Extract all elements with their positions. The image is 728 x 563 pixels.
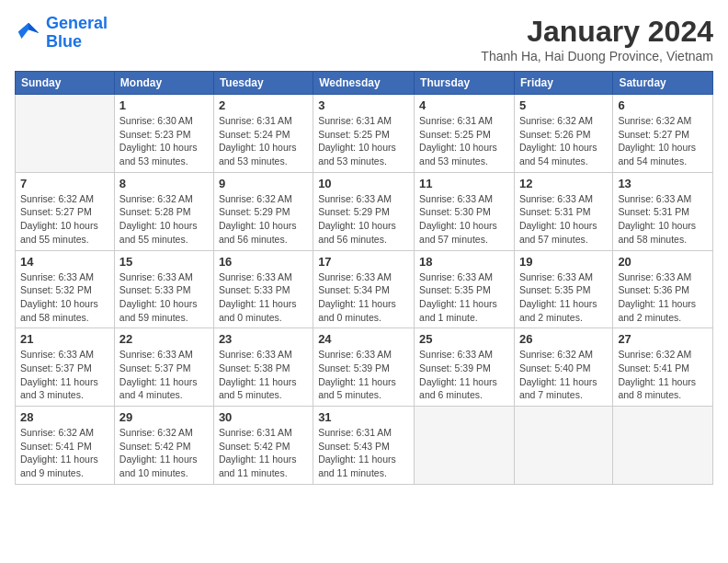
- day-number: 28: [20, 410, 109, 424]
- day-info: Sunrise: 6:33 AM Sunset: 5:38 PM Dayligh…: [219, 348, 308, 402]
- day-info: Sunrise: 6:33 AM Sunset: 5:34 PM Dayligh…: [318, 270, 409, 325]
- day-info: Sunrise: 6:33 AM Sunset: 5:32 PM Dayligh…: [20, 270, 109, 325]
- calendar-week-row: 28Sunrise: 6:32 AM Sunset: 5:41 PM Dayli…: [16, 407, 713, 485]
- calendar-day-cell: 28Sunrise: 6:32 AM Sunset: 5:41 PM Dayli…: [16, 407, 115, 485]
- day-number: 15: [119, 255, 209, 269]
- calendar-week-row: 7Sunrise: 6:32 AM Sunset: 5:27 PM Daylig…: [16, 172, 713, 250]
- day-number: 26: [519, 332, 608, 346]
- day-number: 7: [20, 177, 109, 190]
- calendar-day-cell: 22Sunrise: 6:33 AM Sunset: 5:37 PM Dayli…: [114, 328, 213, 407]
- day-info: Sunrise: 6:32 AM Sunset: 5:27 PM Dayligh…: [20, 192, 109, 247]
- day-number: 22: [119, 332, 209, 346]
- calendar-day-cell: 15Sunrise: 6:33 AM Sunset: 5:33 PM Dayli…: [114, 250, 213, 328]
- day-info: Sunrise: 6:33 AM Sunset: 5:33 PM Dayligh…: [219, 270, 308, 325]
- title-block: January 2024 Thanh Ha, Hai Duong Provinc…: [481, 15, 713, 63]
- calendar-day-cell: [514, 407, 612, 485]
- calendar-day-cell: 26Sunrise: 6:32 AM Sunset: 5:40 PM Dayli…: [514, 328, 612, 407]
- calendar-day-cell: 29Sunrise: 6:32 AM Sunset: 5:42 PM Dayli…: [114, 407, 213, 485]
- day-info: Sunrise: 6:33 AM Sunset: 5:37 PM Dayligh…: [20, 348, 109, 402]
- calendar-day-cell: 13Sunrise: 6:33 AM Sunset: 5:31 PM Dayli…: [613, 172, 713, 250]
- day-info: Sunrise: 6:33 AM Sunset: 5:39 PM Dayligh…: [318, 348, 409, 402]
- day-number: 10: [318, 177, 409, 190]
- calendar-day-cell: 12Sunrise: 6:33 AM Sunset: 5:31 PM Dayli…: [514, 172, 612, 250]
- calendar-day-cell: 25Sunrise: 6:33 AM Sunset: 5:39 PM Dayli…: [415, 328, 515, 407]
- day-info: Sunrise: 6:31 AM Sunset: 5:43 PM Dayligh…: [318, 426, 409, 480]
- day-number: 21: [20, 332, 109, 346]
- day-info: Sunrise: 6:32 AM Sunset: 5:26 PM Dayligh…: [519, 114, 608, 168]
- weekday-header: Saturday: [613, 72, 713, 95]
- day-number: 6: [618, 98, 708, 112]
- day-info: Sunrise: 6:33 AM Sunset: 5:35 PM Dayligh…: [519, 270, 608, 325]
- calendar-week-row: 1Sunrise: 6:30 AM Sunset: 5:23 PM Daylig…: [16, 95, 713, 173]
- calendar-day-cell: 5Sunrise: 6:32 AM Sunset: 5:26 PM Daylig…: [514, 95, 612, 173]
- day-number: 29: [119, 410, 209, 424]
- day-number: 30: [219, 410, 308, 424]
- calendar-day-cell: 24Sunrise: 6:33 AM Sunset: 5:39 PM Dayli…: [313, 328, 415, 407]
- day-number: 27: [618, 332, 708, 346]
- calendar-day-cell: 23Sunrise: 6:33 AM Sunset: 5:38 PM Dayli…: [213, 328, 313, 407]
- day-number: 31: [318, 410, 409, 424]
- day-info: Sunrise: 6:32 AM Sunset: 5:27 PM Dayligh…: [618, 114, 708, 168]
- day-info: Sunrise: 6:33 AM Sunset: 5:35 PM Dayligh…: [419, 270, 509, 325]
- calendar-day-cell: 27Sunrise: 6:32 AM Sunset: 5:41 PM Dayli…: [613, 328, 713, 407]
- day-info: Sunrise: 6:31 AM Sunset: 5:24 PM Dayligh…: [219, 114, 308, 168]
- calendar-day-cell: 14Sunrise: 6:33 AM Sunset: 5:32 PM Dayli…: [16, 250, 115, 328]
- day-number: 16: [219, 255, 308, 269]
- svg-marker-1: [28, 23, 39, 33]
- calendar-day-cell: [16, 95, 115, 173]
- logo-bird-icon: [15, 19, 42, 47]
- day-number: 20: [618, 255, 708, 269]
- calendar-table: SundayMondayTuesdayWednesdayThursdayFrid…: [15, 71, 713, 485]
- day-number: 3: [318, 98, 409, 112]
- calendar-day-cell: 2Sunrise: 6:31 AM Sunset: 5:24 PM Daylig…: [213, 95, 313, 173]
- weekday-header: Tuesday: [213, 72, 313, 95]
- day-number: 25: [419, 332, 509, 346]
- day-number: 18: [419, 255, 509, 269]
- day-info: Sunrise: 6:31 AM Sunset: 5:25 PM Dayligh…: [419, 114, 509, 168]
- calendar-header-row: SundayMondayTuesdayWednesdayThursdayFrid…: [16, 72, 713, 95]
- day-info: Sunrise: 6:32 AM Sunset: 5:28 PM Dayligh…: [119, 192, 209, 247]
- weekday-header: Thursday: [415, 72, 515, 95]
- calendar-week-row: 14Sunrise: 6:33 AM Sunset: 5:32 PM Dayli…: [16, 250, 713, 328]
- calendar-day-cell: 30Sunrise: 6:31 AM Sunset: 5:42 PM Dayli…: [213, 407, 313, 485]
- day-info: Sunrise: 6:33 AM Sunset: 5:33 PM Dayligh…: [119, 270, 209, 325]
- day-number: 19: [519, 255, 608, 269]
- logo-text: General Blue: [46, 15, 108, 52]
- day-number: 24: [318, 332, 409, 346]
- calendar-day-cell: 3Sunrise: 6:31 AM Sunset: 5:25 PM Daylig…: [313, 95, 415, 173]
- day-info: Sunrise: 6:32 AM Sunset: 5:41 PM Dayligh…: [20, 426, 109, 480]
- weekday-header: Sunday: [16, 72, 115, 95]
- day-info: Sunrise: 6:33 AM Sunset: 5:36 PM Dayligh…: [618, 270, 708, 325]
- day-number: 2: [219, 98, 308, 112]
- day-number: 1: [119, 98, 209, 112]
- day-info: Sunrise: 6:32 AM Sunset: 5:40 PM Dayligh…: [519, 348, 608, 402]
- page-header: General Blue January 2024 Thanh Ha, Hai …: [15, 15, 713, 63]
- calendar-day-cell: [613, 407, 713, 485]
- weekday-header: Wednesday: [313, 72, 415, 95]
- day-info: Sunrise: 6:32 AM Sunset: 5:42 PM Dayligh…: [119, 426, 209, 480]
- month-title: January 2024: [481, 15, 713, 49]
- day-number: 14: [20, 255, 109, 269]
- calendar-day-cell: 18Sunrise: 6:33 AM Sunset: 5:35 PM Dayli…: [415, 250, 515, 328]
- day-info: Sunrise: 6:33 AM Sunset: 5:39 PM Dayligh…: [419, 348, 509, 402]
- day-number: 11: [419, 177, 509, 190]
- calendar-day-cell: 10Sunrise: 6:33 AM Sunset: 5:29 PM Dayli…: [313, 172, 415, 250]
- calendar-day-cell: 16Sunrise: 6:33 AM Sunset: 5:33 PM Dayli…: [213, 250, 313, 328]
- day-info: Sunrise: 6:31 AM Sunset: 5:42 PM Dayligh…: [219, 426, 308, 480]
- day-number: 9: [219, 177, 308, 190]
- logo: General Blue: [15, 15, 108, 52]
- day-number: 5: [519, 98, 608, 112]
- calendar-day-cell: 31Sunrise: 6:31 AM Sunset: 5:43 PM Dayli…: [313, 407, 415, 485]
- day-info: Sunrise: 6:33 AM Sunset: 5:31 PM Dayligh…: [618, 192, 708, 247]
- day-info: Sunrise: 6:31 AM Sunset: 5:25 PM Dayligh…: [318, 114, 409, 168]
- calendar-day-cell: 6Sunrise: 6:32 AM Sunset: 5:27 PM Daylig…: [613, 95, 713, 173]
- calendar-day-cell: 7Sunrise: 6:32 AM Sunset: 5:27 PM Daylig…: [16, 172, 115, 250]
- day-info: Sunrise: 6:30 AM Sunset: 5:23 PM Dayligh…: [119, 114, 209, 168]
- calendar-day-cell: 1Sunrise: 6:30 AM Sunset: 5:23 PM Daylig…: [114, 95, 213, 173]
- calendar-day-cell: [415, 407, 515, 485]
- calendar-day-cell: 11Sunrise: 6:33 AM Sunset: 5:30 PM Dayli…: [415, 172, 515, 250]
- day-number: 4: [419, 98, 509, 112]
- day-info: Sunrise: 6:33 AM Sunset: 5:31 PM Dayligh…: [519, 192, 608, 247]
- day-number: 12: [519, 177, 608, 190]
- day-info: Sunrise: 6:32 AM Sunset: 5:29 PM Dayligh…: [219, 192, 308, 247]
